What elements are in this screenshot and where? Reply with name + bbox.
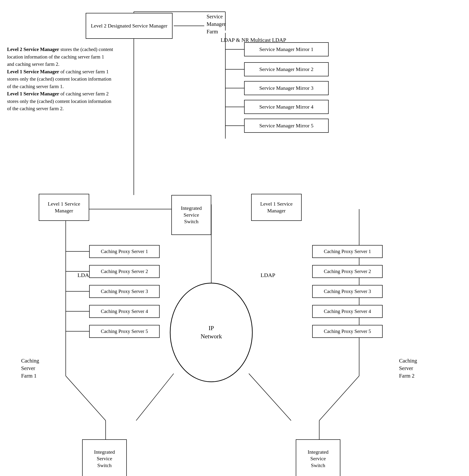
svg-line-20: [66, 376, 106, 421]
sm-mirror-3-box: Service Manager Mirror 3: [244, 81, 329, 95]
caching-farm-left-label: CachingServerFarm 1: [21, 357, 39, 380]
sm-mirror-4-box: Service Manager Mirror 4: [244, 100, 329, 114]
level1-sm-right-box: Level 1 ServiceManager: [251, 194, 302, 221]
caching-proxy-right-1-box: Caching Proxy Server 1: [312, 245, 383, 258]
caching-proxy-left-2-box: Caching Proxy Server 2: [89, 265, 160, 278]
caching-proxy-left-4-box: Caching Proxy Server 4: [89, 305, 160, 318]
svg-line-30: [136, 374, 174, 421]
caching-farm-right-label: CachingServerFarm 2: [399, 357, 417, 380]
caching-proxy-left-5-box: Caching Proxy Server 5: [89, 325, 160, 338]
sm-mirror-1-box: Service Manager Mirror 1: [244, 42, 329, 56]
svg-line-28: [319, 376, 359, 421]
svg-text:Network: Network: [201, 333, 222, 340]
iss-bottom-right-box: IntegratedServiceSwitch: [296, 439, 340, 476]
sm-mirror-5-box: Service Manager Mirror 5: [244, 119, 329, 133]
smf-line2: Manager: [207, 21, 226, 27]
caching-proxy-left-1-box: Caching Proxy Server 1: [89, 245, 160, 258]
iss-bottom-left-box: IntegratedServiceSwitch: [82, 439, 127, 476]
sm-mirror-2-box: Service Manager Mirror 2: [244, 62, 329, 76]
caching-proxy-right-4-box: Caching Proxy Server 4: [312, 305, 383, 318]
caching-proxy-right-5-box: Caching Proxy Server 5: [312, 325, 383, 338]
ip-network-ellipse: IP Network: [169, 282, 254, 383]
service-manager-farm-label: Service Manager Farm: [207, 13, 226, 36]
caching-proxy-right-3-box: Caching Proxy Server 3: [312, 285, 383, 298]
caching-proxy-left-3-box: Caching Proxy Server 3: [89, 285, 160, 298]
caching-proxy-right-2-box: Caching Proxy Server 2: [312, 265, 383, 278]
smf-line1: Service: [207, 14, 223, 19]
diagram-container: Level 2 Designated Service Manager Servi…: [0, 0, 469, 476]
svg-point-37: [170, 283, 252, 382]
smf-line3: Farm: [207, 29, 218, 34]
svg-text:IP: IP: [209, 325, 214, 332]
ldap-right-label: LDAP: [260, 271, 275, 279]
svg-line-31: [249, 374, 291, 421]
iss-top-box: IntegratedServiceSwitch: [171, 195, 211, 235]
level2-dsm-box: Level 2 Designated Service Manager: [86, 13, 173, 39]
level1-sm-left-box: Level 1 ServiceManager: [39, 194, 89, 221]
description-text: Level 2 Service Manager stores the (cach…: [7, 46, 113, 113]
